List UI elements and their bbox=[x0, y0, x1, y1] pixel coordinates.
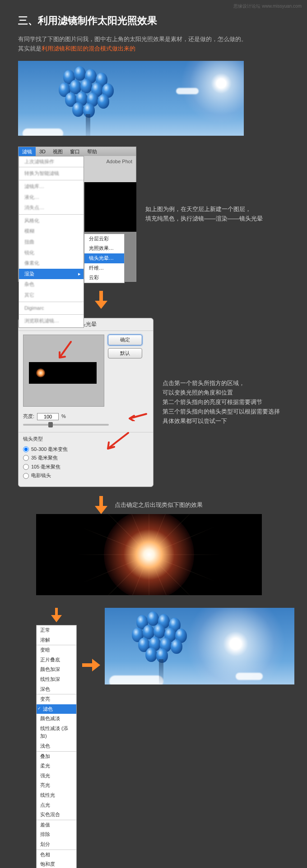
after-dialog-caption: 点击确定之后出现类似下图的效果 bbox=[115, 501, 203, 510]
blend-mode-item[interactable]: 变暗 bbox=[37, 645, 76, 655]
submenu-clouds[interactable]: 云彩 bbox=[84, 273, 124, 283]
blend-mode-item[interactable]: 划分 bbox=[37, 840, 76, 850]
menubar-help[interactable]: 帮助 bbox=[84, 147, 101, 156]
lens-opt-105[interactable] bbox=[23, 464, 29, 470]
menubar-filter[interactable]: 滤镜 bbox=[19, 147, 36, 156]
red-arrow-1-icon bbox=[55, 340, 73, 362]
lens-type-group: 镜头类型 50-300 毫米变焦 35 毫米聚焦 105 毫米聚焦 电影镜头 bbox=[19, 432, 153, 482]
lens-opt-50-300-label: 50-300 毫米变焦 bbox=[31, 445, 68, 454]
menubar: 滤镜 3D 视图 窗口 帮助 bbox=[19, 147, 136, 156]
red-arrow-2-icon bbox=[126, 412, 149, 421]
lens-flare-result-image bbox=[36, 514, 262, 595]
blend-mode-item[interactable]: 色相 bbox=[37, 850, 76, 860]
cloud-icon bbox=[176, 88, 199, 94]
blend-mode-item[interactable]: 线性加深 bbox=[37, 675, 76, 684]
dlg-side-3: 第二个箭头指向的亮度可根据需要调节 bbox=[163, 398, 280, 407]
blend-mode-item[interactable]: 滤色 bbox=[37, 704, 76, 714]
lens-opt-movie[interactable] bbox=[23, 473, 29, 479]
render-submenu: 分层云彩 光照效果… 镜头光晕… 纤维… 云彩 bbox=[84, 234, 125, 283]
blend-mode-item[interactable]: 线性减淡 (添加) bbox=[37, 724, 76, 741]
dlg-side-5: 具体效果都可以尝试一下 bbox=[163, 417, 280, 426]
sun-glow-icon bbox=[186, 608, 285, 684]
arrow-right-icon bbox=[82, 659, 100, 675]
adobe-label: Adobe Phot bbox=[107, 158, 133, 166]
arrow-down-icon bbox=[95, 496, 107, 514]
photoshop-filter-menu-screenshot: 滤镜 3D 视图 窗口 帮助 Adobe Phot 上次滤镜操作 转换为智能滤镜… bbox=[18, 147, 136, 282]
watermark-text: 思缘设计论坛 www.missyuan.com bbox=[233, 3, 302, 10]
blend-mode-item[interactable]: 实色混合 bbox=[37, 810, 76, 820]
example-image-balloons-sun bbox=[18, 61, 244, 136]
blend-mode-item[interactable]: 颜色减淡 bbox=[37, 714, 76, 724]
filter-render-item[interactable]: 渲染 bbox=[19, 269, 84, 280]
step1-line2: 填充纯黑色，执行滤镜——渲染——镜头光晕 bbox=[145, 214, 263, 224]
arrow-down-small-icon bbox=[51, 608, 62, 622]
brightness-section: 亮度: % bbox=[19, 410, 153, 432]
blend-mode-item[interactable]: 强光 bbox=[37, 771, 76, 781]
balloons-cluster bbox=[59, 65, 117, 124]
brightness-label: 亮度: bbox=[23, 413, 34, 421]
dialog-preview[interactable] bbox=[23, 335, 104, 407]
blend-mode-item[interactable]: 叠加 bbox=[37, 752, 76, 762]
blend-mode-item[interactable]: 浅色 bbox=[37, 741, 76, 751]
red-arrow-3-icon bbox=[103, 431, 130, 453]
intro-line2-pre: 其实就是 bbox=[18, 45, 42, 52]
menubar-view[interactable]: 视图 bbox=[49, 147, 66, 156]
submenu-fibers[interactable]: 纤维… bbox=[84, 263, 124, 273]
blend-mode-item[interactable]: 点光 bbox=[37, 800, 76, 810]
blend-mode-item[interactable]: 正片叠底 bbox=[37, 655, 76, 665]
blend-mode-item[interactable]: 线性光 bbox=[37, 790, 76, 800]
cloud-icon bbox=[23, 129, 63, 136]
dialog-explanation: 点击第一个箭头所指方的区域， 可以变换光照的角度和位置 第二个箭头指向的亮度可根… bbox=[163, 379, 280, 426]
submenu-lens-flare[interactable]: 镜头光晕… bbox=[84, 253, 124, 263]
dlg-side-2: 可以变换光照的角度和位置 bbox=[163, 388, 280, 398]
filter-menu-row: 滤镜 3D 视图 窗口 帮助 Adobe Phot 上次滤镜操作 转换为智能滤镜… bbox=[18, 147, 289, 282]
brightness-slider[interactable] bbox=[23, 424, 109, 426]
submenu-lighting[interactable]: 光照效果… bbox=[84, 243, 124, 253]
balloons-cluster bbox=[132, 611, 191, 669]
dlg-side-1: 点击第一个箭头所指方的区域， bbox=[163, 379, 280, 388]
main-content: 三、利用滤镜制作太阳光照效果 有同学找了下图的图片问我，图中右上角的太阳光照效果… bbox=[0, 0, 307, 868]
section-title: 三、利用滤镜制作太阳光照效果 bbox=[18, 13, 289, 28]
blend-mode-item[interactable]: 溶解 bbox=[37, 635, 76, 645]
lens-opt-35-label: 35 毫米聚焦 bbox=[31, 454, 58, 462]
blend-mode-row: 正常溶解变暗正片叠底颜色加深线性加深深色变亮滤色颜色减淡线性减淡 (添加)浅色叠… bbox=[18, 608, 289, 868]
blend-mode-item[interactable]: 颜色加深 bbox=[37, 665, 76, 675]
brightness-input[interactable] bbox=[37, 413, 59, 420]
lens-flare-dialog-row: 镜头光晕 确定 默认 亮度: % bbox=[18, 318, 289, 487]
flare-core-icon bbox=[104, 514, 194, 595]
blend-mode-item[interactable]: 柔光 bbox=[37, 761, 76, 771]
filter-dropdown: 上次滤镜操作 转换为智能滤镜 滤镜库… 液化… 消失点… 风格化 模糊 扭曲 锐… bbox=[19, 156, 84, 328]
cancel-button[interactable]: 默认 bbox=[108, 348, 142, 359]
lens-opt-50-300[interactable] bbox=[23, 446, 29, 452]
blend-mode-item[interactable]: 饱和度 bbox=[37, 859, 76, 868]
lens-opt-movie-label: 电影镜头 bbox=[31, 472, 51, 480]
flare-preview-dot bbox=[36, 368, 45, 377]
blend-mode-item[interactable]: 深色 bbox=[37, 684, 76, 694]
intro-paragraph: 有同学找了下图的图片问我，图中右上角的太阳光照效果是素材，还是做的，怎么做的。 … bbox=[18, 35, 289, 54]
lens-flare-dialog: 镜头光晕 确定 默认 亮度: % bbox=[18, 318, 154, 487]
intro-line1: 有同学找了下图的图片问我，图中右上角的太阳光照效果是素材，还是做的，怎么做的。 bbox=[18, 36, 247, 42]
intro-highlight: 利用滤镜和图层的混合模式做出来的 bbox=[42, 45, 135, 52]
menubar-window[interactable]: 窗口 bbox=[66, 147, 84, 156]
blend-mode-item[interactable]: 排除 bbox=[37, 830, 76, 840]
cloud-icon bbox=[236, 673, 263, 680]
cloud-icon bbox=[109, 675, 163, 684]
step1-line1: 如上图为例，在天空层上新建一个图层， bbox=[145, 205, 263, 214]
menubar-3d[interactable]: 3D bbox=[36, 147, 49, 156]
slider-thumb[interactable] bbox=[48, 422, 53, 427]
blend-mode-item[interactable]: 差值 bbox=[37, 820, 76, 830]
submenu-clouds-difference[interactable]: 分层云彩 bbox=[84, 234, 124, 244]
ok-button[interactable]: 确定 bbox=[108, 335, 142, 345]
blend-mode-item[interactable]: 正常 bbox=[37, 625, 76, 635]
result-image-with-sun bbox=[105, 608, 294, 684]
lens-opt-35[interactable] bbox=[23, 455, 29, 461]
step1-explanation: 如上图为例，在天空层上新建一个图层， 填充纯黑色，执行滤镜——渲染——镜头光晕 bbox=[145, 205, 263, 224]
lens-opt-105-label: 105 毫米聚焦 bbox=[31, 463, 60, 471]
brightness-unit: % bbox=[61, 413, 66, 421]
blend-mode-item[interactable]: 亮光 bbox=[37, 781, 76, 790]
canvas-black-layer bbox=[84, 182, 136, 232]
blend-mode-menu: 正常溶解变暗正片叠底颜色加深线性加深深色变亮滤色颜色减淡线性减淡 (添加)浅色叠… bbox=[36, 625, 77, 868]
dlg-side-4: 第三个箭头指向的镜头类型可以根据需要选择 bbox=[163, 407, 280, 417]
blend-mode-item[interactable]: 变亮 bbox=[37, 694, 76, 704]
